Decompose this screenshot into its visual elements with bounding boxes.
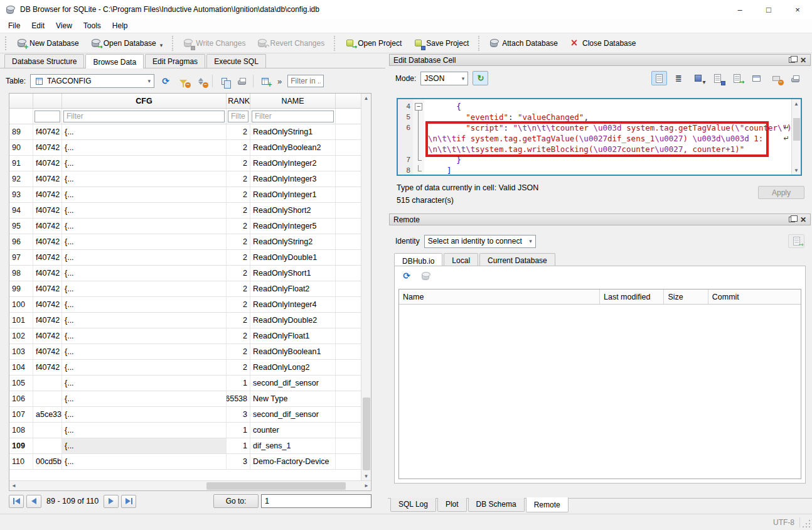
export-data-button[interactable]: → (729, 71, 745, 85)
autoformat-button[interactable]: ↻ (473, 71, 488, 85)
cell-name[interactable]: ReadOnlyBoolean1 (250, 344, 336, 359)
mode-select[interactable]: JSON ▾ (420, 72, 468, 85)
cell-id[interactable]: a5ce33 (33, 407, 62, 422)
cell-id[interactable] (33, 423, 62, 438)
cell-name[interactable]: ReadOnlyInteger1 (250, 187, 336, 202)
cell-cfg[interactable]: {... (62, 203, 227, 218)
remote-tab-local[interactable]: Local (444, 253, 478, 267)
column-header-name[interactable]: NAME (250, 94, 336, 108)
dock-tab-db-schema[interactable]: DB Schema (468, 498, 525, 512)
cell-rank[interactable]: 2 (227, 313, 250, 328)
open-database-button[interactable]: →Open Database▾ (85, 35, 169, 51)
last-record-button[interactable] (121, 495, 136, 508)
cell-id[interactable] (33, 438, 62, 453)
editor-line[interactable]: 4 { (398, 101, 791, 112)
row-number[interactable]: 93 (9, 187, 33, 202)
cell-id[interactable]: f40742 (33, 171, 62, 187)
menu-file[interactable]: File (3, 19, 26, 32)
cell-cfg[interactable]: {... (62, 313, 227, 328)
scroll-right-icon[interactable]: ► (362, 482, 371, 490)
cell-id[interactable]: f40742 (33, 281, 62, 296)
remote-column-header-commit[interactable]: Commit (708, 289, 801, 304)
editor-scrollbar[interactable]: ▲ ▼ (791, 99, 801, 175)
menu-help[interactable]: Help (107, 19, 134, 32)
tab-execute-sql[interactable]: Execute SQL (206, 54, 266, 68)
cell-rank[interactable]: 2 (227, 156, 250, 171)
column-filter-input[interactable] (35, 111, 60, 122)
print-button[interactable] (235, 74, 248, 88)
row-number[interactable]: 105 (9, 376, 33, 391)
cell-name[interactable]: ReadOnlyInteger2 (250, 156, 336, 171)
cell-cfg[interactable]: {... (62, 250, 227, 265)
cell-rank[interactable]: 65538 (227, 391, 250, 406)
grid-hscroll-thumb[interactable] (206, 482, 346, 490)
remote-column-header-last-modified[interactable]: Last modified (600, 289, 664, 304)
cell-name[interactable]: Demo-Factory-Device (250, 454, 336, 469)
close-panel-icon[interactable]: ✕ (800, 57, 806, 63)
new-database-button[interactable]: +New Database (11, 35, 85, 51)
cell-name[interactable]: ReadOnlyDouble2 (250, 313, 336, 328)
cell-rank[interactable]: 2 (227, 281, 250, 296)
dock-tab-sql-log[interactable]: SQL Log (390, 498, 436, 512)
cell-rank[interactable]: 2 (227, 140, 250, 155)
row-number[interactable]: 102 (9, 328, 33, 343)
row-number[interactable]: 98 (9, 266, 33, 281)
cell-cfg[interactable]: {... (62, 187, 227, 202)
row-number[interactable]: 103 (9, 344, 33, 359)
cell-name[interactable]: ReadOnlyString1 (250, 124, 336, 139)
cell-id[interactable]: f40742 (33, 328, 62, 343)
cell-id[interactable] (33, 391, 62, 406)
new-record-button[interactable]: + (258, 74, 272, 88)
dock-tab-plot[interactable]: Plot (437, 498, 467, 512)
cell-rank[interactable]: 2 (227, 171, 250, 187)
row-number[interactable]: 94 (9, 203, 33, 218)
cell-name[interactable]: ReadOnlyInteger5 (250, 219, 336, 234)
cell-name[interactable]: ReadOnlyFloat1 (250, 328, 336, 343)
cell-cfg[interactable]: {... (62, 344, 227, 359)
cell-cfg[interactable]: {... (62, 423, 227, 438)
cell-cfg[interactable]: {... (62, 328, 227, 343)
cell-cfg[interactable]: {... (62, 454, 227, 469)
goto-button[interactable]: Go to: (213, 494, 259, 508)
cell-rank[interactable]: 2 (227, 250, 250, 265)
cell-cfg[interactable]: {... (62, 156, 227, 171)
cell-rank[interactable]: 2 (227, 266, 250, 281)
menu-edit[interactable]: Edit (26, 19, 50, 32)
cell-name[interactable]: ReadOnlyString2 (250, 234, 336, 249)
scroll-left-icon[interactable]: ◄ (9, 482, 18, 490)
previous-record-button[interactable] (26, 495, 41, 508)
column-header-rank[interactable]: RANK (227, 94, 250, 108)
cell-rank[interactable]: 2 (227, 297, 250, 312)
cell-rank[interactable]: 2 (227, 219, 250, 234)
cell-cfg[interactable]: {... (62, 391, 227, 406)
cell-id[interactable]: f40742 (33, 187, 62, 202)
first-record-button[interactable] (9, 495, 24, 508)
close-panel-icon[interactable]: ✕ (800, 217, 806, 223)
cell-name[interactable]: ReadOnlyShort1 (250, 266, 336, 281)
row-number[interactable]: 101 (9, 313, 33, 328)
scroll-down-icon[interactable]: ▼ (362, 472, 371, 480)
row-number[interactable]: 95 (9, 219, 33, 234)
menu-view[interactable]: View (50, 19, 78, 32)
cell-name[interactable]: ReadOnlyLong2 (250, 360, 336, 375)
remote-column-header-name[interactable]: Name (399, 289, 600, 304)
cell-id[interactable] (33, 376, 62, 391)
cell-rank[interactable]: 3 (227, 454, 250, 469)
text-mode-button[interactable] (651, 71, 667, 85)
cell-rank[interactable]: 2 (227, 360, 250, 375)
cell-id[interactable]: f40742 (33, 360, 62, 375)
scroll-up-icon[interactable]: ▲ (362, 94, 371, 102)
close-database-button[interactable]: ×Close Database (564, 35, 641, 51)
editor-line[interactable]: 5 "eventid": "valueChanged", (398, 112, 791, 122)
cell-rank[interactable]: 1 (227, 423, 250, 438)
grid-vscroll-thumb[interactable] (363, 398, 370, 470)
cell-id[interactable]: f40742 (33, 313, 62, 328)
cell-rank[interactable]: 1 (227, 438, 250, 453)
menu-tools[interactable]: Tools (78, 19, 107, 32)
cell-name[interactable]: ReadOnlyInteger4 (250, 297, 336, 312)
print-button[interactable] (788, 71, 803, 85)
editor-scroll-thumb[interactable] (793, 118, 800, 141)
open-external-button[interactable] (749, 71, 764, 85)
cell-name[interactable]: counter (250, 423, 336, 438)
cell-rank[interactable]: 2 (227, 203, 250, 218)
